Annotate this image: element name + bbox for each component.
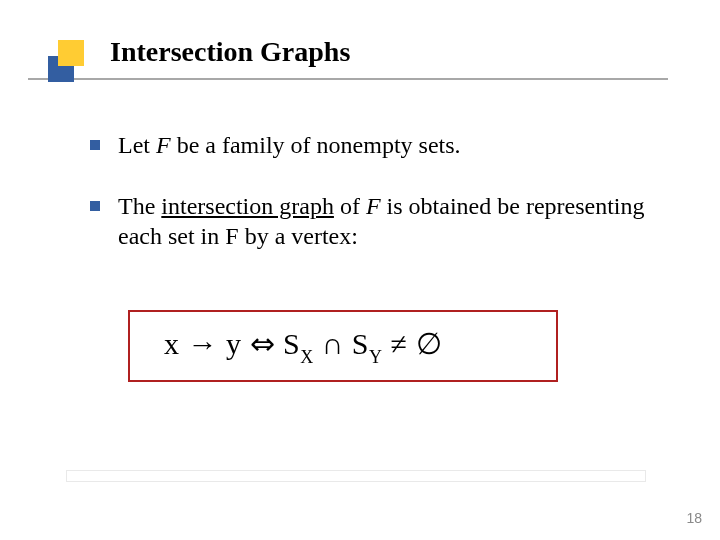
- text-fragment: The: [118, 193, 161, 219]
- formula-sx: S: [283, 327, 300, 360]
- text-fragment: of: [334, 193, 366, 219]
- text-fragment: be a family of nonempty sets.: [171, 132, 461, 158]
- page-number: 18: [686, 510, 702, 526]
- formula-cap: ∩: [314, 327, 352, 360]
- italic-fragment: F: [366, 193, 381, 219]
- title-underline: [28, 78, 668, 80]
- formula-xy: x → y: [164, 327, 242, 360]
- underline-fragment: intersection graph: [161, 193, 334, 219]
- list-item: Let F be a family of nonempty sets.: [90, 130, 650, 161]
- formula-sub-y: Y: [369, 347, 383, 367]
- formula-sy: S: [352, 327, 369, 360]
- formula-expression: x → y ⇔ SX ∩ SY ≠ ∅: [164, 326, 442, 366]
- italic-fragment: F: [156, 132, 171, 158]
- formula-empty: ∅: [416, 327, 443, 360]
- formula-box: x → y ⇔ SX ∩ SY ≠ ∅: [128, 310, 558, 382]
- body-content: Let F be a family of nonempty sets. The …: [90, 130, 650, 282]
- slide-root: Intersection Graphs Let F be a family of…: [0, 0, 720, 540]
- text-fragment: Let: [118, 132, 156, 158]
- bullet-text-2: The intersection graph of F is obtained …: [118, 191, 650, 252]
- formula-iff: ⇔: [242, 327, 284, 360]
- slide-title: Intersection Graphs: [110, 36, 720, 68]
- formula-ne: ≠: [383, 327, 416, 360]
- bullet-icon: [90, 201, 100, 211]
- decor-square-yellow-icon: [58, 40, 84, 66]
- bullet-icon: [90, 140, 100, 150]
- title-block: Intersection Graphs: [0, 0, 720, 68]
- bullet-text-1: Let F be a family of nonempty sets.: [118, 130, 461, 161]
- formula-sub-x: X: [300, 347, 314, 367]
- placeholder-box: [66, 470, 646, 482]
- list-item: The intersection graph of F is obtained …: [90, 191, 650, 252]
